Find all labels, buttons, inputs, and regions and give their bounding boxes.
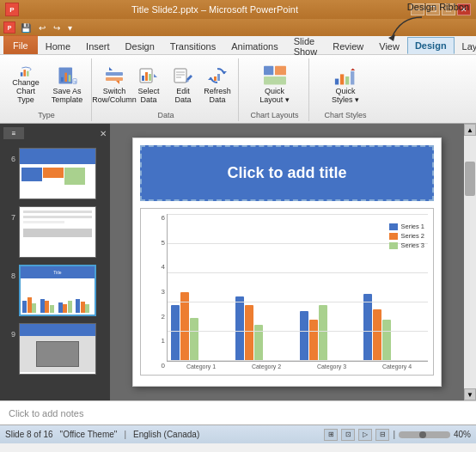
tab-animations[interactable]: Animations [223, 37, 285, 54]
legend-color-s2 [389, 233, 398, 240]
app-window: Design Ribbon P Title Slide2.pptx – Micr… [0, 0, 476, 452]
svg-text:S: S [74, 79, 76, 83]
svg-rect-2 [23, 70, 26, 76]
save-as-template-button[interactable]: S Save As Template [48, 63, 86, 107]
tab-insert[interactable]: Insert [78, 37, 118, 54]
slide-preview-6 [19, 148, 96, 199]
legend-color-s1 [389, 223, 398, 230]
ribbon-group-chart-styles: QuickStyles ▾ Chart Styles [311, 58, 380, 121]
zoom-slider[interactable] [399, 431, 450, 438]
slide-info: Slide 8 of 16 [5, 430, 53, 439]
chart-styles-buttons: QuickStyles ▾ [320, 60, 371, 109]
view-slideshow-button[interactable]: ⊟ [375, 429, 389, 441]
svg-rect-15 [149, 74, 151, 81]
svg-rect-20 [214, 76, 217, 81]
change-chart-type-button[interactable]: Change Chart Type [7, 63, 45, 107]
view-normal-button[interactable]: ⊞ [324, 429, 338, 441]
save-qa-button[interactable]: 💾 [18, 22, 34, 34]
notes-placeholder: Click to add notes [9, 408, 83, 418]
slide-thumb-7[interactable]: 7 [3, 205, 107, 260]
svg-rect-1 [21, 72, 23, 76]
chart-layout-buttons: QuickLayout ▾ [249, 60, 301, 109]
quick-layout-label: QuickLayout ▾ [259, 88, 290, 105]
vertical-scrollbar: ▲ ▼ [464, 124, 476, 400]
tab-review[interactable]: Review [325, 37, 371, 54]
svg-rect-6 [64, 72, 67, 81]
language-info: English (Canada) [133, 430, 199, 439]
view-reading-button[interactable]: ▷ [358, 429, 372, 441]
chart-inner: 6 5 4 3 2 1 0 [146, 214, 428, 370]
scroll-up-button[interactable]: ▲ [464, 124, 476, 136]
edit-data-button[interactable]: Edit Data [168, 63, 198, 107]
slide-preview-9 [19, 323, 96, 375]
quick-styles-label: QuickStyles ▾ [332, 88, 359, 105]
scroll-track[interactable] [464, 136, 476, 388]
slide-thumb-9[interactable]: 9 [3, 321, 107, 376]
theme-info: "Office Theme" [60, 430, 118, 439]
notes-bar[interactable]: Click to add notes [0, 400, 476, 425]
data-buttons: Switch Row/Column Select Data [99, 60, 233, 109]
view-slide-sorter-button[interactable]: ⊡ [341, 429, 355, 441]
slide-canvas[interactable]: Click to add title 6 5 4 3 2 1 0 [132, 137, 442, 387]
svg-rect-7 [69, 75, 71, 82]
svg-rect-28 [351, 70, 354, 84]
legend-color-s3 [389, 242, 398, 249]
svg-rect-23 [275, 65, 286, 74]
panel-expand-button[interactable]: ≡ [3, 127, 24, 139]
scroll-thumb[interactable] [465, 162, 475, 196]
redo-qa-button[interactable]: ↪ [51, 22, 63, 34]
status-right: ⊞ ⊡ ▷ ⊟ | 40% [324, 429, 471, 441]
legend-label-s2: Series 2 [400, 232, 424, 240]
select-data-button[interactable]: Select Data [133, 63, 164, 107]
data-group-label: Data [157, 109, 174, 119]
svg-rect-10 [106, 72, 123, 76]
slide-panel: ≡ ✕ 6 7 [0, 124, 110, 400]
slide-preview-8: Title [19, 265, 96, 316]
scroll-down-button[interactable]: ▼ [464, 388, 476, 400]
slide-thumb-6[interactable]: 6 [3, 146, 107, 201]
qa-dropdown[interactable]: ▾ [65, 22, 75, 34]
legend-label-s3: Series 3 [400, 241, 424, 249]
tab-slide-show[interactable]: Slide Show [286, 37, 326, 54]
svg-rect-11 [106, 77, 123, 81]
svg-rect-25 [335, 78, 339, 84]
panel-close-button[interactable]: ✕ [100, 129, 107, 138]
ribbon-group-type: Change Chart Type S Save As Template Typ… [2, 58, 92, 121]
design-ribbon-annotation: Design Ribbon [407, 2, 469, 12]
refresh-data-button[interactable]: Refresh Data [202, 63, 233, 107]
svg-rect-27 [345, 76, 349, 84]
ribbon-content: Change Chart Type S Save As Template Typ… [0, 55, 476, 124]
chart-x-labels: Category 1 Category 2 Category 3 Categor… [167, 363, 428, 370]
zoom-level: 40% [454, 430, 471, 439]
chart-bars: Series 1 Series 2 Series 3 [167, 214, 428, 362]
slide-thumb-8[interactable]: 8 Title [3, 263, 107, 318]
type-group-label: Type [38, 109, 55, 119]
legend-label-s1: Series 1 [400, 223, 424, 230]
chart-area[interactable]: 6 5 4 3 2 1 0 [140, 208, 434, 376]
svg-rect-5 [61, 76, 64, 81]
ribbon-group-data: Switch Row/Column Select Data [94, 58, 239, 121]
tab-file[interactable]: File [3, 35, 38, 54]
svg-rect-26 [340, 74, 344, 84]
type-buttons: Change Chart Type S Save As Template [7, 60, 86, 109]
tab-design[interactable]: Design [118, 37, 162, 54]
svg-rect-14 [145, 72, 148, 81]
slide-title-placeholder: Click to add title [227, 164, 346, 182]
chart-main: Series 1 Series 2 Series 3 [167, 214, 428, 370]
quick-layout-button[interactable]: QuickLayout ▾ [249, 63, 301, 107]
annotation-text: Design Ribbon [407, 2, 469, 12]
svg-rect-16 [174, 69, 186, 82]
chart-layouts-group-label: Chart Layouts [250, 109, 298, 119]
quick-styles-button[interactable]: QuickStyles ▾ [320, 63, 371, 107]
tab-home[interactable]: Home [38, 37, 78, 54]
chart-y-axis: 6 5 4 3 2 1 0 [146, 214, 167, 370]
svg-rect-22 [264, 65, 273, 74]
undo-qa-button[interactable]: ↩ [36, 22, 48, 34]
main-editor-area: ≡ ✕ 6 7 [0, 124, 476, 400]
tab-transitions[interactable]: Transitions [162, 37, 223, 54]
tab-layout[interactable]: Layout [455, 37, 476, 54]
chart-legend: Series 1 Series 2 Series 3 [389, 223, 424, 251]
chart-styles-group-label: Chart Styles [324, 109, 366, 119]
slide-title-area[interactable]: Click to add title [140, 145, 434, 201]
switch-row-col-button[interactable]: Switch Row/Column [99, 63, 130, 107]
